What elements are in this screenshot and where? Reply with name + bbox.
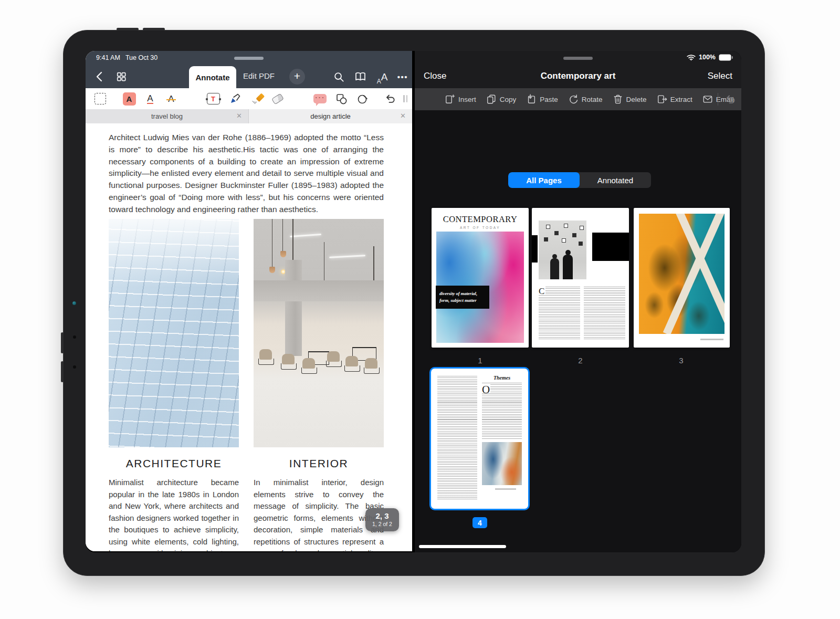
architecture-photo bbox=[109, 219, 239, 447]
select-button[interactable]: Select bbox=[708, 71, 732, 81]
layout-black-bar bbox=[532, 235, 538, 263]
text-size-icon: A bbox=[377, 78, 381, 85]
pen-icon bbox=[229, 92, 242, 105]
underline-text-tool-button[interactable]: A bbox=[144, 88, 156, 109]
shapes-icon bbox=[335, 93, 348, 105]
text-size-icon: A bbox=[381, 72, 388, 82]
rotate-label: Rotate bbox=[582, 96, 603, 103]
themes-heading: Themes bbox=[482, 375, 522, 382]
highlighter-tool-button[interactable] bbox=[249, 88, 264, 109]
undo-icon bbox=[384, 93, 396, 104]
document-title: Contemporary art bbox=[415, 71, 741, 81]
visitor-silhouette bbox=[550, 258, 559, 279]
document-page[interactable]: Architect Ludwig Mies van der Rohe (1886… bbox=[86, 123, 412, 551]
pen-tool-button[interactable] bbox=[228, 88, 242, 109]
extract-button[interactable]: Extract bbox=[657, 94, 692, 104]
eraser-tool-button[interactable] bbox=[271, 88, 285, 109]
cover-title: CONTEMPORARY bbox=[432, 214, 529, 225]
screenshot-canvas: 9:41 AM Tue Oct 30 Annotate Edit PDF bbox=[0, 0, 840, 619]
editor-nav-bar: Annotate Edit PDF + AA bbox=[86, 65, 412, 88]
comment-tool-button[interactable] bbox=[312, 88, 327, 109]
segment-annotated[interactable]: Annotated bbox=[580, 172, 651, 188]
pane-splitter-handle[interactable] bbox=[402, 88, 408, 109]
page-actions-toolbar: Insert Copy Paste Rotate bbox=[415, 88, 741, 110]
page-thumbnail-2[interactable]: C bbox=[532, 208, 629, 348]
insert-label: Insert bbox=[458, 96, 476, 103]
thumbnail-text-column bbox=[437, 376, 477, 500]
highlight-text-icon: A bbox=[123, 92, 136, 106]
article-intro-paragraph: Architect Ludwig Mies van der Rohe (1886… bbox=[109, 132, 384, 215]
page-thumbnail-1[interactable]: CONTEMPORARY ART OF TODAY diversity of m… bbox=[432, 208, 529, 348]
undo-button[interactable] bbox=[383, 88, 397, 109]
manager-undo-area bbox=[718, 88, 736, 110]
paste-label: Paste bbox=[540, 96, 558, 103]
doc-tab-label: design article bbox=[310, 112, 351, 120]
highlighter-icon bbox=[250, 92, 264, 106]
email-icon bbox=[702, 94, 713, 104]
mic-dot bbox=[73, 335, 76, 339]
architecture-caption-text: Minimalist architecture became popular i… bbox=[109, 477, 239, 551]
wifi-icon bbox=[687, 54, 696, 61]
shapes-tool-button[interactable] bbox=[334, 88, 348, 109]
page-indicator-current: 2, 3 bbox=[365, 511, 399, 520]
toolbar-divider bbox=[718, 93, 718, 106]
annotation-toolbar: A A A T bbox=[86, 88, 412, 109]
ipad-screen: 9:41 AM Tue Oct 30 Annotate Edit PDF bbox=[86, 51, 741, 552]
tab-edit-pdf[interactable]: Edit PDF bbox=[243, 71, 275, 80]
segment-all-pages[interactable]: All Pages bbox=[508, 172, 580, 188]
side-button bbox=[61, 361, 64, 382]
battery-percent: 100% bbox=[699, 54, 716, 61]
cover-tagline: diversity of material, form, subject mat… bbox=[436, 286, 489, 309]
delete-label: Delete bbox=[626, 96, 647, 103]
drop-cap: O bbox=[482, 383, 490, 393]
layout-black-bar bbox=[592, 233, 629, 261]
doc-tab-design-article[interactable]: design article ✕ bbox=[249, 109, 412, 123]
undo-icon[interactable] bbox=[724, 93, 736, 105]
eraser-icon bbox=[271, 93, 284, 104]
more-button[interactable]: ••• bbox=[395, 69, 410, 85]
text-box-tool-button[interactable]: T bbox=[206, 88, 220, 109]
delete-button[interactable]: Delete bbox=[613, 94, 647, 104]
page-number-3: 3 bbox=[633, 356, 730, 365]
search-button[interactable] bbox=[331, 69, 346, 85]
text-settings-button[interactable]: AA bbox=[374, 69, 391, 85]
side-button bbox=[61, 332, 64, 353]
home-indicator[interactable] bbox=[419, 545, 506, 548]
doc-tab-label: travel blog bbox=[151, 112, 183, 120]
split-view-handle[interactable] bbox=[234, 57, 264, 60]
rotate-button[interactable]: Rotate bbox=[568, 94, 603, 104]
back-button[interactable] bbox=[93, 69, 106, 85]
paste-icon bbox=[526, 94, 537, 104]
lasso-tool-button[interactable] bbox=[355, 88, 369, 109]
page-thumbnail-3[interactable] bbox=[634, 208, 730, 348]
doc-tab-travel-blog[interactable]: travel blog ✕ bbox=[86, 109, 249, 123]
thumbnail-text-column bbox=[584, 287, 625, 340]
extract-label: Extract bbox=[670, 96, 692, 103]
reader-button[interactable] bbox=[352, 69, 368, 85]
interior-caption-title: INTERIOR bbox=[254, 457, 384, 470]
strikeout-text-icon: A bbox=[168, 95, 174, 103]
highlight-text-tool-button[interactable]: A bbox=[122, 88, 136, 109]
pages-filter-segmented-control: All Pages Annotated bbox=[508, 172, 651, 188]
add-tab-button[interactable]: + bbox=[289, 69, 305, 85]
close-tab-icon[interactable]: ✕ bbox=[236, 112, 242, 120]
close-tab-icon[interactable]: ✕ bbox=[400, 112, 406, 120]
paste-button[interactable]: Paste bbox=[526, 94, 558, 104]
lasso-icon bbox=[356, 93, 369, 105]
page-number-indicator: 2, 3 1, 2 of 2 bbox=[365, 508, 399, 531]
grid-icon bbox=[116, 71, 127, 82]
split-view-handle[interactable] bbox=[563, 57, 593, 60]
thumbnails-button[interactable] bbox=[114, 69, 129, 85]
volume-button bbox=[117, 28, 139, 30]
underline-text-icon: A bbox=[147, 94, 153, 104]
page-thumbnail-4: Themes O bbox=[432, 370, 527, 508]
interior-caption-text: In minimalist interior, design elements … bbox=[254, 477, 384, 551]
select-tool-button[interactable] bbox=[94, 88, 107, 109]
visitor-silhouette bbox=[563, 255, 573, 279]
page-thumbnail-4-selected[interactable]: Themes O bbox=[429, 367, 530, 510]
volume-button bbox=[143, 28, 165, 30]
insert-button[interactable]: Insert bbox=[445, 94, 476, 104]
copy-button[interactable]: Copy bbox=[486, 94, 517, 104]
cover-subtitle: ART OF TODAY bbox=[432, 226, 529, 229]
strikeout-text-tool-button[interactable]: A bbox=[165, 88, 177, 109]
